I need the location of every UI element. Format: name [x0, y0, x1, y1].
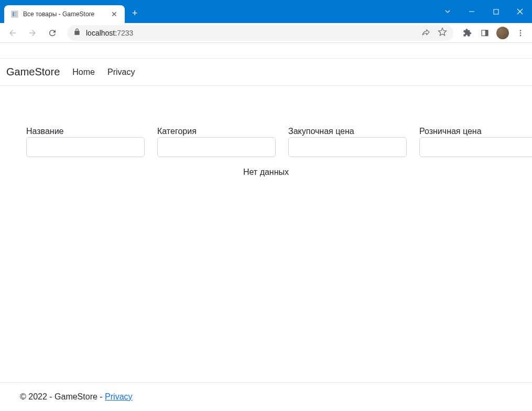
lock-icon: [73, 28, 81, 37]
site-navbar: GameStore Home Privacy: [0, 59, 532, 86]
browser-titlebar: Все товары - GameStore ✕ +: [0, 0, 532, 23]
browser-toolbar: localhost:7233: [0, 23, 532, 43]
svg-rect-3: [15, 14, 17, 15]
sidepanel-icon[interactable]: [477, 26, 492, 40]
purchase-price-input[interactable]: [288, 137, 407, 157]
copyright: © 2022 - GameStore -: [20, 392, 105, 401]
footer: © 2022 - GameStore - Privacy: [0, 382, 532, 411]
nav-link-privacy[interactable]: Privacy: [107, 68, 135, 77]
maximize-button[interactable]: [484, 3, 508, 20]
avatar: [496, 27, 509, 39]
page-spacer: [0, 43, 532, 59]
retail-price-input[interactable]: [419, 137, 532, 157]
minimize-button[interactable]: [460, 3, 484, 20]
svg-point-11: [520, 30, 522, 31]
tab-favicon-icon: [10, 10, 19, 18]
url-text: localhost:7233: [86, 29, 133, 37]
empty-message: Нет данных: [26, 168, 506, 177]
share-icon[interactable]: [421, 28, 430, 38]
svg-rect-1: [13, 12, 14, 16]
retail-price-label: Розничная цена: [419, 127, 532, 136]
footer-privacy-link[interactable]: Privacy: [105, 392, 132, 401]
bookmark-icon[interactable]: [438, 27, 447, 38]
forward-button[interactable]: [24, 25, 41, 41]
tab-title: Все товары - GameStore: [23, 10, 106, 18]
svg-rect-2: [15, 12, 17, 13]
profile-avatar[interactable]: [495, 26, 510, 40]
main-content: Название Категория Закупочная цена Розни…: [0, 86, 532, 382]
reload-button[interactable]: [44, 25, 61, 41]
svg-rect-6: [494, 9, 498, 14]
back-button[interactable]: [4, 25, 21, 41]
tab-close-icon[interactable]: ✕: [110, 10, 118, 18]
svg-rect-10: [485, 30, 488, 36]
new-tab-button[interactable]: +: [125, 8, 145, 19]
nav-link-home[interactable]: Home: [72, 68, 95, 77]
close-window-button[interactable]: [508, 3, 532, 20]
chevron-down-icon[interactable]: [436, 3, 460, 20]
category-input[interactable]: [157, 137, 276, 157]
svg-point-12: [520, 32, 522, 34]
browser-tab[interactable]: Все товары - GameStore ✕: [4, 5, 125, 23]
category-label: Категория: [157, 127, 276, 136]
product-form: Название Категория Закупочная цена Розни…: [26, 127, 506, 157]
svg-point-13: [520, 35, 522, 36]
brand[interactable]: GameStore: [6, 66, 60, 78]
extensions-icon[interactable]: [460, 26, 474, 40]
menu-icon[interactable]: [513, 26, 528, 40]
name-label: Название: [26, 127, 145, 136]
name-input[interactable]: [26, 137, 145, 157]
svg-rect-4: [15, 15, 17, 16]
purchase-price-label: Закупочная цена: [288, 127, 407, 136]
page-content: GameStore Home Privacy Название Категори…: [0, 43, 532, 411]
address-bar[interactable]: localhost:7233: [67, 25, 453, 41]
